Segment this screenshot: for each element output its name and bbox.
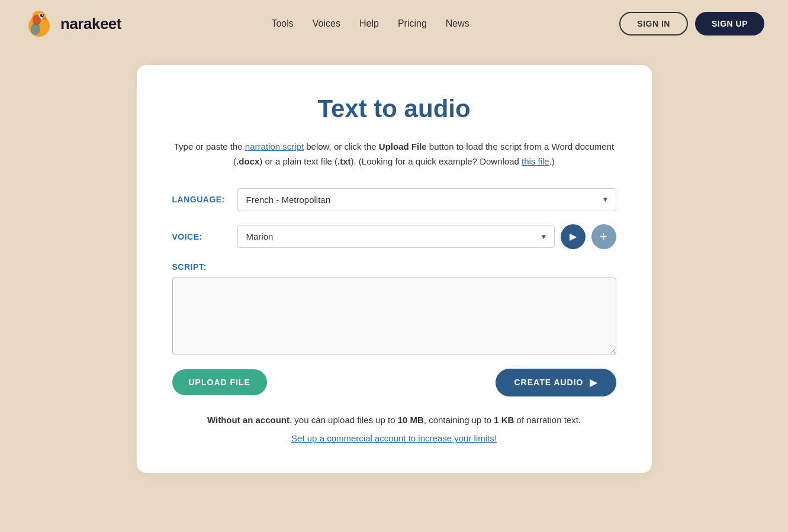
language-select-wrap: French - Metropolitan ▼ <box>237 188 616 211</box>
this-file-link[interactable]: this file <box>522 156 549 166</box>
card: Text to audio Type or paste the narratio… <box>137 65 652 473</box>
language-select[interactable]: French - Metropolitan <box>237 188 616 211</box>
script-row: SCRIPT: <box>172 262 616 354</box>
script-textarea[interactable] <box>172 278 616 354</box>
nav-help[interactable]: Help <box>359 18 379 29</box>
create-play-icon: ▶ <box>590 377 597 388</box>
plus-icon: + <box>600 229 607 244</box>
main-container: Text to audio Type or paste the narratio… <box>0 47 788 491</box>
narration-script-link[interactable]: narration script <box>245 141 304 151</box>
voice-controls: Marion ▼ ▶ + <box>237 224 616 249</box>
voice-select-wrap: Marion ▼ <box>237 225 555 248</box>
svg-point-4 <box>42 14 43 15</box>
language-row: LANGUAGE: French - Metropolitan ▼ <box>172 188 616 211</box>
commercial-account-link[interactable]: Set up a commercial account to increase … <box>172 433 616 443</box>
signin-button[interactable]: SIGN IN <box>619 12 688 36</box>
info-text: Without an account, you can upload files… <box>172 413 616 428</box>
header-buttons: SIGN IN SIGN UP <box>619 12 764 36</box>
svg-point-7 <box>31 23 40 35</box>
language-label: LANGUAGE: <box>172 195 237 204</box>
voice-label: VOICE: <box>172 232 237 241</box>
create-audio-label: CREATE AUDIO <box>514 378 584 387</box>
create-audio-button[interactable]: CREATE AUDIO ▶ <box>496 369 616 396</box>
logo-area: narakeet <box>24 8 121 39</box>
nav-voices[interactable]: Voices <box>313 18 340 29</box>
play-voice-button[interactable]: ▶ <box>561 224 586 249</box>
signup-button[interactable]: SIGN UP <box>695 12 764 36</box>
nav-pricing[interactable]: Pricing <box>398 18 427 29</box>
nav-tools[interactable]: Tools <box>271 18 293 29</box>
nav-news[interactable]: News <box>446 18 469 29</box>
card-title: Text to audio <box>172 95 616 123</box>
play-icon: ▶ <box>570 231 577 242</box>
voice-row: VOICE: Marion ▼ ▶ + <box>172 224 616 249</box>
description: Type or paste the narration script below… <box>172 140 616 169</box>
logo-text: narakeet <box>60 15 121 33</box>
voice-select[interactable]: Marion <box>237 225 555 248</box>
add-voice-button[interactable]: + <box>591 224 616 249</box>
main-nav: Tools Voices Help Pricing News <box>271 18 469 29</box>
logo-icon <box>24 8 54 39</box>
script-label: SCRIPT: <box>172 262 237 272</box>
upload-file-button[interactable]: UPLOAD FILE <box>172 369 267 395</box>
action-row: UPLOAD FILE CREATE AUDIO ▶ <box>172 369 616 396</box>
header: narakeet Tools Voices Help Pricing News … <box>0 0 788 47</box>
